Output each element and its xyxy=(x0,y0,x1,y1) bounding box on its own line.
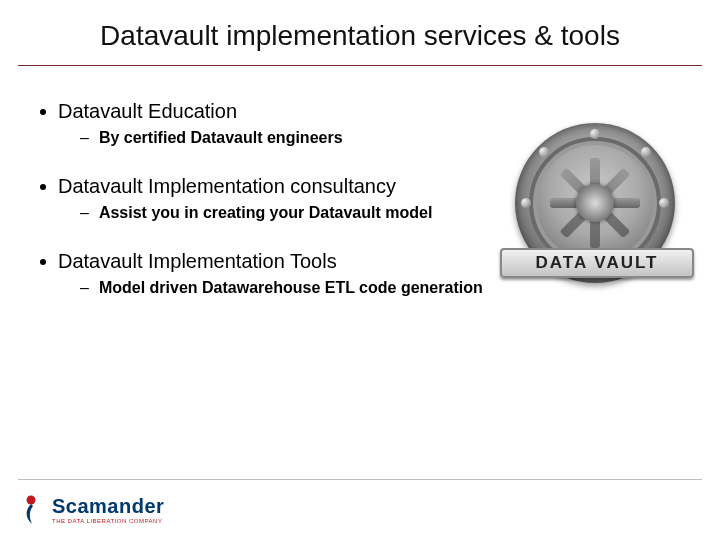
footer-divider xyxy=(18,479,702,480)
slide: Datavault implementation services & tool… xyxy=(0,0,720,540)
bullet-dot-icon xyxy=(40,184,46,190)
sub-bullet-text: Model driven Datawarehouse ETL code gene… xyxy=(99,279,483,297)
bullet-heading: Datavault Education xyxy=(58,100,237,123)
logo-text: Scamander THE DATA LIBERATION COMPANY xyxy=(52,496,164,524)
dash-icon: – xyxy=(80,129,89,147)
title-divider xyxy=(18,65,702,66)
logo-name: Scamander xyxy=(52,496,164,516)
svg-point-0 xyxy=(27,496,36,505)
logo-mark-icon xyxy=(22,494,46,526)
footer-logo: Scamander THE DATA LIBERATION COMPANY xyxy=(22,494,164,526)
vault-label: DATA VAULT xyxy=(500,248,694,278)
slide-title: Datavault implementation services & tool… xyxy=(0,20,720,52)
bullet-dot-icon xyxy=(40,259,46,265)
bullet-heading: Datavault Implementation consultancy xyxy=(58,175,396,198)
bullet-heading: Datavault Implementation Tools xyxy=(58,250,337,273)
logo-tagline: THE DATA LIBERATION COMPANY xyxy=(52,518,164,524)
sub-bullet-text: By certified Datavault engineers xyxy=(99,129,343,147)
dash-icon: – xyxy=(80,279,89,297)
vault-illustration: DATA VAULT xyxy=(510,118,680,288)
dash-icon: – xyxy=(80,204,89,222)
bullet-dot-icon xyxy=(40,109,46,115)
sub-bullet-text: Assist you in creating your Datavault mo… xyxy=(99,204,432,222)
